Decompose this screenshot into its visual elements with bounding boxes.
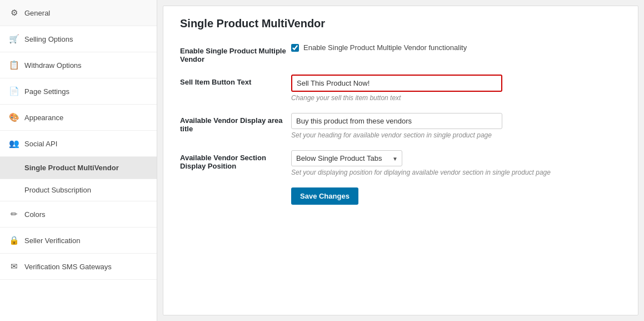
sell-item-row: Sell Item Button Text Change your sell t…	[180, 75, 621, 102]
save-button[interactable]: Save Changes	[291, 187, 358, 205]
sidebar-item-withdraw-options[interactable]: 📋 Withdraw Options	[0, 52, 157, 78]
sidebar-item-label: Appearance	[24, 113, 63, 122]
enable-vendor-label: Enable Single Product Multiple Vendor	[180, 43, 291, 63]
sidebar-item-sms-gateways[interactable]: ✉ Verification SMS Gateways	[0, 254, 157, 280]
enable-vendor-checkbox-label: Enable Single Product Multiple Vendor fu…	[303, 43, 467, 52]
social-icon: 👥	[9, 139, 19, 149]
save-row: Save Changes	[180, 187, 621, 205]
display-position-select[interactable]: Below Single Product Tabs Above Single P…	[291, 150, 402, 166]
sidebar-item-label: Verification SMS Gateways	[24, 263, 112, 271]
sidebar-item-colors[interactable]: ✏ Colors	[0, 201, 157, 228]
main-content: Single Product MultiVendor Enable Single…	[163, 6, 638, 315]
sidebar-item-label: Colors	[24, 210, 46, 219]
available-vendor-label: Available Vendor Display area title	[180, 113, 291, 133]
sidebar-item-general[interactable]: ⚙ General	[0, 0, 157, 26]
withdraw-icon: 📋	[9, 60, 19, 70]
available-vendor-input[interactable]	[291, 113, 502, 129]
sidebar-item-appearance[interactable]: 🎨 Appearance	[0, 105, 157, 131]
sidebar-sub-label: Single Product MultiVendor	[24, 164, 119, 172]
lock-icon: 🔒	[9, 235, 19, 245]
page-title: Single Product MultiVendor	[180, 17, 621, 30]
appearance-icon: 🎨	[9, 112, 19, 122]
colors-icon: ✏	[9, 209, 19, 219]
sell-item-input[interactable]	[291, 75, 502, 92]
sidebar-item-page-settings[interactable]: 📄 Page Settings	[0, 78, 157, 105]
display-position-label: Available Vendor Section Display Positio…	[180, 150, 291, 170]
sidebar-item-label: General	[24, 9, 50, 17]
display-position-hint: Set your displaying position for diplayi…	[291, 169, 621, 176]
sidebar-sub-label: Product Subscription	[24, 186, 91, 194]
sidebar-item-selling-options[interactable]: 🛒 Selling Options	[0, 26, 157, 52]
sidebar-item-product-subscription[interactable]: Product Subscription	[0, 179, 157, 201]
email-icon: ✉	[9, 261, 19, 271]
sidebar-item-label: Selling Options	[24, 35, 73, 43]
save-content: Save Changes	[291, 187, 621, 205]
available-vendor-hint: Set your heading for available vendor se…	[291, 131, 621, 139]
available-vendor-row: Available Vendor Display area title Set …	[180, 113, 621, 139]
display-position-row: Available Vendor Section Display Positio…	[180, 150, 621, 176]
cart-icon: 🛒	[9, 34, 19, 44]
page-icon: 📄	[9, 86, 19, 96]
sidebar-item-label: Withdraw Options	[24, 61, 82, 70]
sidebar-item-social-api[interactable]: 👥 Social API	[0, 131, 157, 157]
enable-vendor-checkbox-row: Enable Single Product Multiple Vendor fu…	[291, 43, 621, 52]
enable-vendor-checkbox[interactable]	[291, 44, 299, 52]
enable-vendor-row: Enable Single Product Multiple Vendor En…	[180, 43, 621, 63]
gear-icon: ⚙	[9, 8, 19, 18]
display-position-content: Below Single Product Tabs Above Single P…	[291, 150, 621, 176]
enable-vendor-content: Enable Single Product Multiple Vendor fu…	[291, 43, 621, 54]
available-vendor-content: Set your heading for available vendor se…	[291, 113, 621, 139]
sidebar-item-label: Page Settings	[24, 87, 69, 96]
display-position-select-wrapper: Below Single Product Tabs Above Single P…	[291, 150, 402, 166]
sell-item-hint: Change your sell this item button text	[291, 94, 621, 102]
sidebar-item-label: Social API	[24, 140, 57, 148]
sidebar: ⚙ General 🛒 Selling Options 📋 Withdraw O…	[0, 0, 157, 321]
save-spacer	[180, 187, 291, 191]
sell-item-content: Change your sell this item button text	[291, 75, 621, 102]
sidebar-item-single-product-multivendor[interactable]: Single Product MultiVendor	[0, 157, 157, 179]
sell-item-label: Sell Item Button Text	[180, 75, 291, 86]
sidebar-item-seller-verification[interactable]: 🔒 Seller Verification	[0, 228, 157, 254]
sidebar-item-label: Seller Verification	[24, 236, 80, 245]
